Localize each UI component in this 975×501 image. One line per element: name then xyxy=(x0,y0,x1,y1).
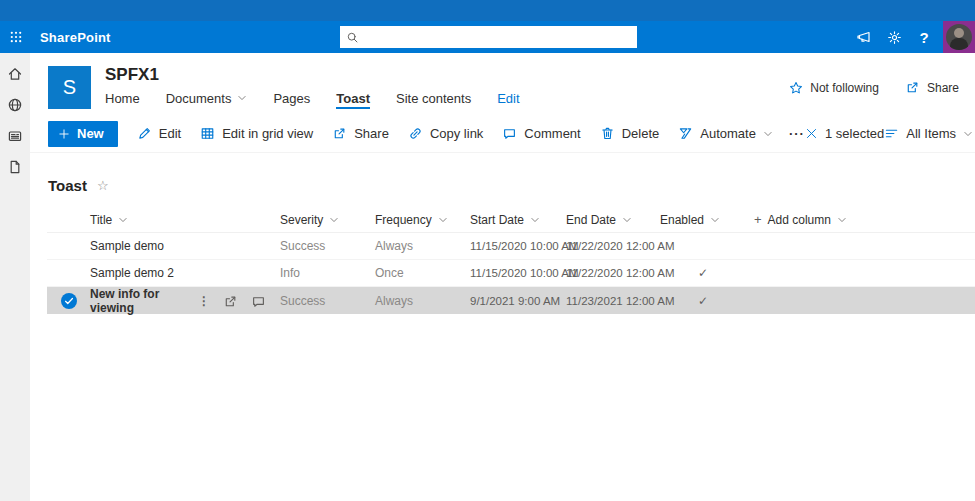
favorite-star-icon[interactable]: ☆ xyxy=(97,178,109,193)
clear-selection-button[interactable]: 1 selected xyxy=(805,126,884,141)
cell-end-date: 11/22/2020 12:00 AM xyxy=(566,267,660,279)
column-header-enabled[interactable]: Enabled xyxy=(660,213,754,227)
site-nav: Home Documents Pages Toast Site contents… xyxy=(105,91,520,109)
share-icon xyxy=(332,126,347,141)
follow-button[interactable]: Not following xyxy=(789,80,879,95)
table-row[interactable]: Sample demo 2 Info Once 11/15/2020 10:00… xyxy=(47,260,975,287)
link-icon xyxy=(408,126,423,141)
nav-documents[interactable]: Documents xyxy=(166,91,248,109)
chevron-down-icon xyxy=(763,129,773,139)
site-header: S SPFX1 Home Documents Pages Toast Site … xyxy=(30,53,975,115)
cell-title[interactable]: New info for viewing ⋮ xyxy=(90,287,280,315)
my-files-icon[interactable] xyxy=(7,159,23,175)
cell-title[interactable]: Sample demo 2 xyxy=(90,266,280,280)
cell-end-date: 11/22/2020 12:00 AM xyxy=(566,240,660,252)
copy-link-button[interactable]: Copy link xyxy=(408,126,483,141)
dismiss-x-icon xyxy=(805,127,818,140)
suite-brand: SharePoint xyxy=(40,30,111,45)
cell-frequency: Once xyxy=(375,266,470,280)
trash-icon xyxy=(600,126,615,141)
automate-button[interactable]: Automate xyxy=(678,126,773,141)
chevron-down-icon xyxy=(963,129,973,139)
home-icon[interactable] xyxy=(7,66,23,82)
nav-pages[interactable]: Pages xyxy=(273,91,310,109)
comment-button[interactable]: Comment xyxy=(502,126,580,141)
search-icon xyxy=(346,31,359,44)
plus-icon: + xyxy=(754,212,762,227)
column-header-start-date[interactable]: Start Date xyxy=(470,213,566,227)
table-row[interactable]: Sample demo Success Always 11/15/2020 10… xyxy=(47,233,975,260)
cell-start-date: 9/1/2021 9:00 AM xyxy=(470,295,566,307)
chevron-down-icon xyxy=(438,215,448,225)
nav-toast[interactable]: Toast xyxy=(336,91,370,109)
cell-severity: Info xyxy=(280,266,375,280)
row-checkbox-checked[interactable] xyxy=(47,293,90,309)
edit-button[interactable]: Edit xyxy=(137,126,181,141)
avatar-photo xyxy=(946,24,972,50)
chevron-down-icon xyxy=(837,215,847,225)
cell-severity: Success xyxy=(280,294,375,308)
nav-home[interactable]: Home xyxy=(105,91,140,109)
chevron-down-icon xyxy=(530,215,540,225)
main-area: S SPFX1 Home Documents Pages Toast Site … xyxy=(30,53,975,501)
site-title[interactable]: SPFX1 xyxy=(105,66,520,85)
list-title: Toast xyxy=(48,177,87,194)
help-icon[interactable]: ? xyxy=(909,21,939,53)
site-logo[interactable]: S xyxy=(48,66,91,109)
cell-title[interactable]: Sample demo xyxy=(90,239,280,253)
list-table: Title Severity Frequency Start Date End … xyxy=(30,207,975,314)
view-selector[interactable]: All Items xyxy=(884,126,973,141)
suite-bar: SharePoint ? xyxy=(0,21,975,53)
cell-frequency: Always xyxy=(375,294,470,308)
share-icon[interactable] xyxy=(223,294,238,309)
share-button[interactable]: Share xyxy=(332,126,389,141)
cell-start-date: 11/15/2020 10:00 AM xyxy=(470,240,566,252)
nav-site-contents[interactable]: Site contents xyxy=(396,91,471,109)
overflow-menu-button[interactable]: ··· xyxy=(789,126,805,141)
cell-enabled: ✓ xyxy=(660,294,754,308)
chevron-down-icon xyxy=(329,215,339,225)
column-header-end-date[interactable]: End Date xyxy=(566,213,660,227)
view-lines-icon xyxy=(884,126,899,141)
cell-enabled: ✓ xyxy=(660,266,754,280)
news-icon[interactable] xyxy=(7,128,23,144)
table-row-selected[interactable]: New info for viewing ⋮ Success Always 9/… xyxy=(47,287,975,314)
cell-start-date: 11/15/2020 10:00 AM xyxy=(470,267,566,279)
delete-button[interactable]: Delete xyxy=(600,126,660,141)
app-rail xyxy=(0,53,30,501)
comment-icon[interactable] xyxy=(251,294,266,309)
chevron-down-icon xyxy=(118,215,128,225)
automate-flow-icon xyxy=(678,126,693,141)
globe-my-sites-icon[interactable] xyxy=(7,97,23,113)
share-site-button[interactable]: Share xyxy=(905,80,959,95)
nav-edit-link[interactable]: Edit xyxy=(497,91,519,109)
account-avatar[interactable] xyxy=(943,21,975,53)
pencil-icon xyxy=(137,126,152,141)
selected-check-circle-icon xyxy=(61,293,77,309)
search-input[interactable] xyxy=(365,26,637,48)
star-icon xyxy=(789,81,803,95)
search-box[interactable] xyxy=(340,26,637,48)
command-bar: New Edit Edit in grid view Share Copy li… xyxy=(30,115,975,153)
column-header-title[interactable]: Title xyxy=(90,213,280,227)
add-column-button[interactable]: + Add column xyxy=(754,212,915,227)
column-header-frequency[interactable]: Frequency xyxy=(375,213,470,227)
cell-severity: Success xyxy=(280,239,375,253)
settings-gear-icon[interactable] xyxy=(879,21,909,53)
app-launcher-waffle-icon[interactable] xyxy=(0,21,32,53)
chevron-down-icon xyxy=(237,93,247,103)
megaphone-icon[interactable] xyxy=(849,21,879,53)
suite-right-actions: ? xyxy=(849,21,975,53)
edit-in-grid-view-button[interactable]: Edit in grid view xyxy=(200,126,313,141)
cell-frequency: Always xyxy=(375,239,470,253)
cell-end-date: 11/23/2021 12:00 AM xyxy=(566,295,660,307)
more-options-icon[interactable]: ⋮ xyxy=(198,294,210,308)
share-icon xyxy=(905,80,920,95)
chevron-down-icon xyxy=(622,215,632,225)
new-button[interactable]: New xyxy=(48,121,118,147)
comment-icon xyxy=(502,126,517,141)
column-header-severity[interactable]: Severity xyxy=(280,213,375,227)
table-header-row: Title Severity Frequency Start Date End … xyxy=(47,207,975,233)
grid-icon xyxy=(200,126,215,141)
plus-icon xyxy=(58,128,70,140)
